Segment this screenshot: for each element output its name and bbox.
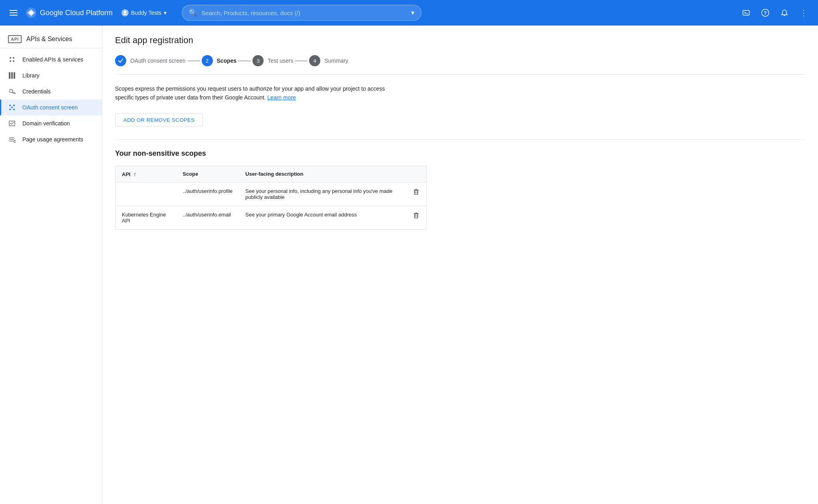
svg-point-25 <box>14 141 16 143</box>
terminal-icon[interactable] <box>738 5 754 21</box>
sidebar-nav: Enabled APIs & services Library Credenti… <box>0 48 102 151</box>
sidebar: API APIs & Services Enabled APIs & servi… <box>0 26 102 504</box>
step-summary: 4 Summary <box>309 55 348 66</box>
sidebar-item-library[interactable]: Library <box>0 67 102 83</box>
search-bar: 🔍 ▾ <box>182 5 421 21</box>
search-input[interactable] <box>201 10 411 16</box>
svg-point-9 <box>13 60 14 62</box>
project-dropdown-icon[interactable]: ▾ <box>164 10 167 16</box>
svg-point-2 <box>124 11 126 13</box>
delete-row-1-button[interactable] <box>413 212 420 219</box>
scopes-description: Scopes express the permissions you reque… <box>115 84 395 102</box>
project-icon <box>121 9 129 16</box>
step-4-label: Summary <box>324 58 348 64</box>
hamburger-menu[interactable] <box>6 7 21 19</box>
search-icon: 🔍 <box>189 8 197 17</box>
sidebar-item-credentials[interactable]: Credentials <box>0 83 102 99</box>
domain-verification-icon <box>8 119 16 127</box>
oauth-icon <box>8 103 16 111</box>
table-cell-scope-0: ../auth/userinfo.profile <box>176 182 239 206</box>
step-connector-2 <box>238 61 251 61</box>
page-usage-icon <box>8 135 16 143</box>
svg-point-18 <box>9 109 11 110</box>
api-badge: API <box>8 35 22 43</box>
project-selector[interactable]: Buddy Tests ▾ <box>117 7 171 19</box>
add-scopes-button[interactable]: ADD OR REMOVE SCOPES <box>115 113 203 127</box>
sidebar-item-enabled-apis[interactable]: Enabled APIs & services <box>0 52 102 67</box>
svg-rect-15 <box>14 93 15 93</box>
svg-rect-10 <box>9 72 10 79</box>
step-1-label: OAuth consent screen <box>130 58 186 64</box>
step-3-label: Test users <box>268 58 293 64</box>
svg-point-8 <box>10 60 11 62</box>
credentials-icon <box>8 87 16 95</box>
page-usage-label: Page usage agreements <box>22 136 83 143</box>
scopes-table: API ↑ Scope User-facing description <box>115 166 427 230</box>
step-oauth-consent: OAuth consent screen <box>115 55 186 66</box>
app-body: API APIs & Services Enabled APIs & servi… <box>0 26 818 504</box>
svg-rect-12 <box>14 72 15 79</box>
section-divider <box>115 139 805 140</box>
search-dropdown-icon[interactable]: ▾ <box>411 8 415 17</box>
svg-point-17 <box>13 105 15 106</box>
table-cell-delete-0[interactable] <box>406 182 427 206</box>
credentials-label: Credentials <box>22 88 51 95</box>
step-test-users: 3 Test users <box>252 55 293 66</box>
help-icon[interactable]: ? <box>757 5 773 21</box>
table-header-action <box>406 166 427 182</box>
sidebar-item-oauth-consent[interactable]: OAuth consent screen <box>0 99 102 115</box>
more-options-icon[interactable]: ⋮ <box>796 5 812 21</box>
table-cell-description-1: See your primary Google Account email ad… <box>239 206 406 229</box>
learn-more-link[interactable]: Learn more <box>267 94 296 101</box>
sort-icon[interactable]: ↑ <box>133 171 136 177</box>
table-row: Kubernetes Engine API ../auth/userinfo.e… <box>115 206 427 229</box>
svg-rect-11 <box>11 72 13 79</box>
svg-point-20 <box>11 107 13 108</box>
svg-text:?: ? <box>764 10 766 16</box>
sidebar-title: APIs & Services <box>26 36 72 43</box>
table-header-description: User-facing description <box>239 166 406 182</box>
logo-text: Google Cloud Platform <box>40 9 113 17</box>
table-cell-delete-1[interactable] <box>406 206 427 229</box>
step-1-circle <box>115 55 126 66</box>
sidebar-item-page-usage[interactable]: Page usage agreements <box>0 131 102 147</box>
step-3-circle: 3 <box>252 55 264 66</box>
enabled-apis-icon <box>8 56 16 63</box>
project-name: Buddy Tests <box>131 10 161 16</box>
stepper: OAuth consent screen 2 Scopes 3 Test use… <box>115 55 805 75</box>
svg-point-6 <box>10 57 11 59</box>
step-2-label: Scopes <box>217 58 237 64</box>
library-icon <box>8 71 16 79</box>
table-cell-api-1: Kubernetes Engine API <box>115 206 177 229</box>
table-cell-api-0 <box>115 182 177 206</box>
nav-action-icons: ? ⋮ <box>738 5 812 21</box>
main-content: Edit app registration OAuth consent scre… <box>102 26 818 504</box>
page-title: Edit app registration <box>115 35 805 46</box>
table-header-api[interactable]: API ↑ <box>115 166 177 182</box>
step-4-circle: 4 <box>309 55 320 66</box>
step-connector-1 <box>187 61 200 61</box>
table-row: ../auth/userinfo.profile See your person… <box>115 182 427 206</box>
sidebar-header: API APIs & Services <box>0 29 102 48</box>
step-connector-3 <box>295 61 308 61</box>
enabled-apis-label: Enabled APIs & services <box>22 56 83 63</box>
table-cell-scope-1: ../auth/userinfo.email <box>176 206 239 229</box>
table-header-scope: Scope <box>176 166 239 182</box>
oauth-label: OAuth consent screen <box>22 104 78 111</box>
notifications-icon[interactable] <box>776 5 792 21</box>
svg-point-19 <box>13 109 15 110</box>
step-3-number: 3 <box>257 58 260 64</box>
app-logo: Google Cloud Platform <box>26 7 113 18</box>
svg-point-1 <box>29 11 33 15</box>
step-4-number: 4 <box>314 58 316 64</box>
library-label: Library <box>22 72 40 79</box>
svg-point-7 <box>13 57 14 59</box>
delete-row-0-button[interactable] <box>413 188 420 195</box>
sidebar-item-domain-verification[interactable]: Domain verification <box>0 115 102 131</box>
svg-point-16 <box>9 105 11 106</box>
table-cell-description-0: See your personal info, including any pe… <box>239 182 406 206</box>
domain-verification-label: Domain verification <box>22 120 70 127</box>
scopes-description-text: Scopes express the permissions you reque… <box>115 85 385 101</box>
step-2-number: 2 <box>206 58 208 64</box>
top-nav: Google Cloud Platform Buddy Tests ▾ 🔍 ▾ … <box>0 0 818 26</box>
